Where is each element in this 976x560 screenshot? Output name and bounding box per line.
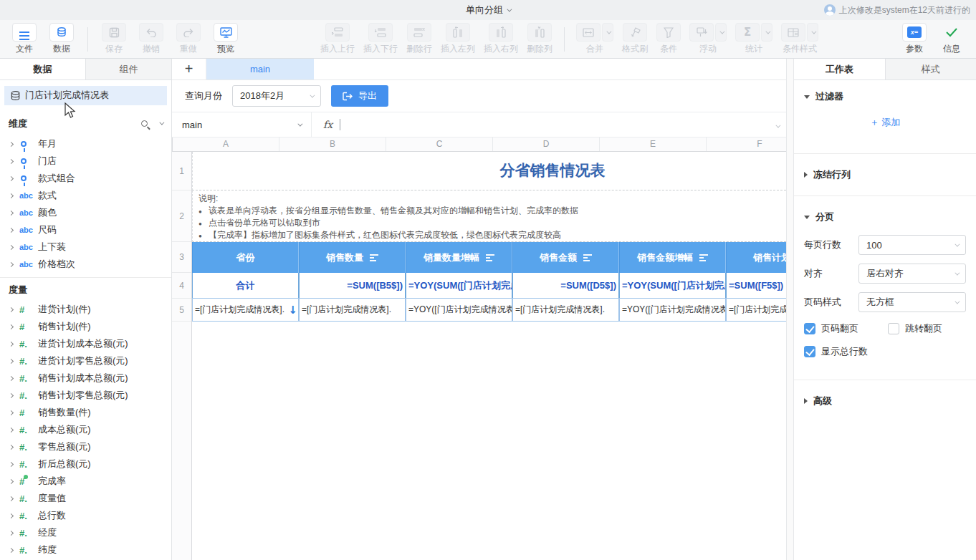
preview-button[interactable]: 预览 <box>207 23 244 55</box>
rows-per-page-select[interactable]: 100 <box>858 235 966 255</box>
row-description[interactable]: 说明: 该表是单向浮动表，按省分组显示销售数量、销售金额及其对应的增幅和销售计划… <box>192 190 786 242</box>
tab-style[interactable]: 样式 <box>885 59 976 79</box>
total-cell[interactable]: 合计 <box>192 273 299 298</box>
data-cell[interactable]: =YOY([门店计划完成情况表]) <box>619 299 726 321</box>
query-month-select[interactable]: 2018年2月 <box>232 85 321 107</box>
expand-arrow-icon[interactable] <box>9 478 14 483</box>
measure-item[interactable]: #销售数量(件) <box>0 404 171 421</box>
sort-icon[interactable] <box>699 254 708 261</box>
header-cell[interactable]: 销售金额 <box>512 242 619 273</box>
measure-item[interactable]: #.销售计划成本总额(元) <box>0 370 171 387</box>
expand-arrow-icon[interactable] <box>9 358 14 363</box>
dimension-item[interactable]: 款式组合 <box>0 170 171 187</box>
info-button[interactable]: 信息 <box>933 23 970 55</box>
header-cell[interactable]: 销售计划 <box>726 242 786 273</box>
measure-item[interactable]: #.总行数 <box>0 507 171 524</box>
formula-target-select[interactable]: main <box>172 112 312 137</box>
expand-arrow-icon[interactable] <box>9 158 14 163</box>
total-cell[interactable]: =SUM([F5$]) <box>726 273 786 298</box>
search-icon[interactable] <box>141 120 148 127</box>
vertical-scrollbar[interactable] <box>786 59 794 560</box>
data-button[interactable]: 数据 <box>43 23 80 55</box>
formula-expand-button[interactable] <box>768 120 786 130</box>
measure-item[interactable]: #进货计划(件) <box>0 301 171 318</box>
measure-item[interactable]: #.折后总额(元) <box>0 455 171 473</box>
dimension-item[interactable]: 门店 <box>0 153 171 170</box>
column-header-E[interactable]: E <box>600 137 707 151</box>
measure-item[interactable]: #.零售总额(元) <box>0 438 171 455</box>
dimension-item[interactable]: abc颜色 <box>0 204 171 221</box>
sort-icon[interactable] <box>370 254 378 261</box>
data-cell[interactable]: =[门店计划完成情况表]. <box>512 299 619 321</box>
measure-item[interactable]: #.成本总额(元) <box>0 421 171 438</box>
total-cell[interactable]: =SUM([D5$]) <box>512 273 619 298</box>
expand-arrow-icon[interactable] <box>9 175 14 180</box>
total-cell[interactable]: =YOY(SUM([门店计划完成情况表])) <box>619 273 726 298</box>
expand-arrow-icon[interactable] <box>9 227 14 232</box>
sort-icon[interactable] <box>583 254 592 261</box>
row-title[interactable]: 分省销售情况表 <box>192 152 786 190</box>
export-button[interactable]: 导出 <box>331 85 388 107</box>
column-header-A[interactable]: A <box>173 137 279 151</box>
sort-icon[interactable] <box>486 254 494 261</box>
expand-arrow-icon[interactable] <box>9 547 14 552</box>
formula-input[interactable] <box>340 112 768 137</box>
row-header-5[interactable]: 5 <box>172 299 191 322</box>
dimension-item[interactable]: abc款式 <box>0 187 171 204</box>
page-number-style-select[interactable]: 无方框 <box>858 292 966 312</box>
add-sheet-button[interactable]: + <box>172 59 206 79</box>
measure-item[interactable]: #销售计划(件) <box>0 318 171 335</box>
measure-item[interactable]: #.进货计划零售总额(元) <box>0 352 171 370</box>
column-header-C[interactable]: C <box>386 137 493 151</box>
expand-arrow-icon[interactable] <box>9 244 14 249</box>
measure-item[interactable]: #.纬度 <box>0 541 171 559</box>
column-header-D[interactable]: D <box>493 137 600 151</box>
dimension-item[interactable]: abc尺码 <box>0 221 171 238</box>
dimension-item[interactable]: abc上下装 <box>0 238 171 256</box>
measure-item[interactable]: #.度量值 <box>0 490 171 507</box>
file-button[interactable]: 文件 <box>6 23 43 55</box>
tab-data[interactable]: 数据 <box>0 59 85 79</box>
column-header-B[interactable]: B <box>279 137 386 151</box>
dataset-item[interactable]: 门店计划完成情况表 <box>4 86 167 105</box>
expand-arrow-icon[interactable] <box>9 392 14 397</box>
header-cell[interactable]: 销售金额增幅 <box>619 242 726 273</box>
expand-arrow-icon[interactable] <box>9 375 14 380</box>
sheet-tab-main[interactable]: main <box>206 59 314 79</box>
expand-arrow-icon[interactable] <box>9 193 14 198</box>
header-cell[interactable]: 省份 <box>192 242 299 273</box>
expand-arrow-icon[interactable] <box>9 341 14 346</box>
advanced-section-header[interactable]: 高级 <box>804 392 966 410</box>
column-header-F[interactable]: F <box>707 137 786 151</box>
chevron-down-icon[interactable] <box>159 120 164 125</box>
measure-item[interactable]: #.经度 <box>0 524 171 541</box>
row-header-4[interactable]: 4 <box>172 273 191 299</box>
expand-arrow-icon[interactable] <box>9 324 14 329</box>
header-cell[interactable]: 销量数量增幅 <box>406 242 512 273</box>
dimension-item[interactable]: 年月 <box>0 135 171 153</box>
data-cell[interactable]: =YOY([门店计划完成情况表]) <box>406 299 512 321</box>
page-flip-checkbox[interactable] <box>804 323 815 334</box>
document-title-dropdown[interactable]: 单向分组 <box>466 4 510 16</box>
expand-arrow-icon[interactable] <box>9 141 14 146</box>
total-cell[interactable]: =YOY(SUM([门店计划完成情况表])) <box>406 273 512 298</box>
params-button[interactable]: x= 参数 <box>896 23 933 55</box>
total-cell[interactable]: =SUM([B5$]) <box>299 273 406 298</box>
data-cell[interactable]: =[门店计划完成情况表]. <box>299 299 406 321</box>
expand-arrow-icon[interactable] <box>9 461 14 466</box>
align-select[interactable]: 居右对齐 <box>858 264 966 284</box>
row-header-1[interactable]: 1 <box>172 152 191 190</box>
expand-arrow-icon[interactable] <box>9 261 14 266</box>
data-cell[interactable]: =[门店计划完成情况表]. <box>726 299 786 321</box>
row-header-2[interactable]: 2 <box>172 190 191 242</box>
spreadsheet[interactable]: ABCDEF 12345 分省销售情况表 说明: 该表是单向浮动表，按省分组显示… <box>172 137 786 560</box>
paging-section-header[interactable]: 分页 <box>804 208 966 226</box>
expand-arrow-icon[interactable] <box>9 496 14 501</box>
measure-item[interactable]: #.销售计划零售总额(元) <box>0 387 171 404</box>
expand-arrow-icon[interactable] <box>9 444 14 449</box>
tab-worksheet[interactable]: 工作表 <box>794 59 885 79</box>
expand-arrow-icon[interactable] <box>9 427 14 432</box>
expand-arrow-icon[interactable] <box>9 530 14 535</box>
filter-section-header[interactable]: 过滤器 <box>804 87 966 106</box>
freeze-section-header[interactable]: 冻结行列 <box>804 165 966 184</box>
